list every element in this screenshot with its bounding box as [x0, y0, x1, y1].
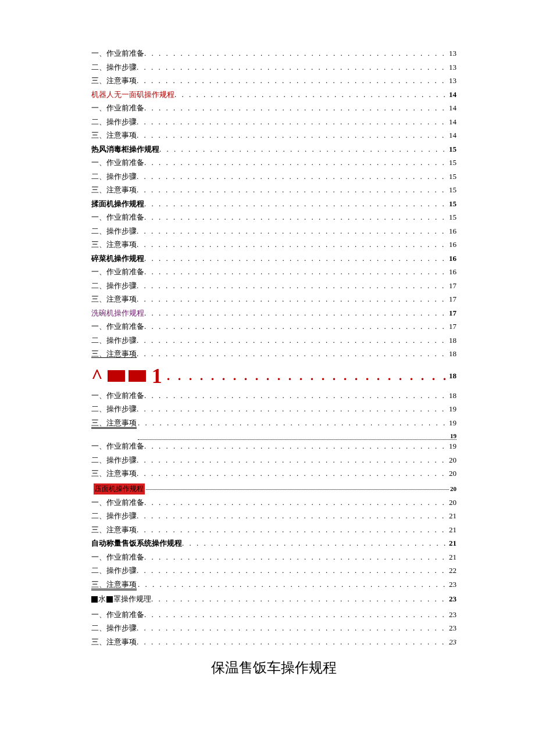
toc-leader-dots: . . . . . . . . . . . . . . . . . . . . …	[182, 539, 447, 547]
toc-leader-dots: . . . . . . . . . . . . . . . . . . . . …	[137, 241, 447, 248]
toc-page-number: 13	[447, 63, 456, 71]
toc-leader-dots: . . . . . . . . . . . . . . . . . . . . …	[144, 255, 447, 262]
toc-entry-label: 二、操作步骤	[91, 512, 137, 519]
toc-page-number: 20	[447, 499, 456, 506]
toc-page-number: 14	[447, 104, 456, 112]
toc-leader-dots: . . . . . . . . . . . . . . . . . . . . …	[144, 392, 447, 399]
toc-leader-dots: . . . . . . . . . . . . . . . . . . . . …	[144, 104, 447, 112]
toc-entry-label: 一、作业前准备	[91, 499, 144, 506]
toc-leader-dots: . . . . . . . . . . . . . . . . . . . . …	[137, 470, 447, 477]
toc-section: 一、作业前准备. . . . . . . . . . . . . . . . .…	[91, 499, 456, 588]
toc-page-number: 18	[447, 371, 456, 381]
toc-entry-label: 一、作业前准备	[91, 49, 144, 57]
toc-row: 二、操作步骤. . . . . . . . . . . . . . . . . …	[91, 405, 456, 413]
toc-page-number: 20	[447, 456, 456, 464]
toc-row: 二、操作步骤. . . . . . . . . . . . . . . . . …	[91, 63, 456, 71]
toc-leader-dots: . . . . . . . . . . . . . . . . . . . . …	[159, 145, 447, 153]
toc-big-placeholder-row: ^ 1 . . . . . . . . . . . . . . . . . . …	[91, 364, 456, 388]
toc-entry-fragment: 罩操作规理	[113, 594, 151, 604]
toc-row: 一、作业前准备. . . . . . . . . . . . . . . . .…	[91, 442, 456, 450]
toc-row: 热风消毒柜操作规程. . . . . . . . . . . . . . . .…	[91, 145, 456, 153]
toc-leader-dots: . . . . . . . . . . . . . . . . . . . . …	[144, 309, 447, 317]
toc-divider-row: 19	[91, 432, 456, 437]
toc-leader-dots: . . . . . . . . . . . . . . . . . . . . …	[137, 131, 447, 139]
toc-row: 三、注意事项. . . . . . . . . . . . . . . . . …	[91, 526, 456, 533]
toc-leader-dots: . . . . . . . . . . . . . . . . . . . . …	[144, 213, 447, 221]
toc-leader-dots: 19	[138, 432, 456, 440]
toc-page-number: 23	[447, 638, 456, 646]
toc-row: 一、作业前准备. . . . . . . . . . . . . . . . .…	[91, 553, 456, 561]
toc-row: 三、注意事项. . . . . . . . . . . . . . . . . …	[91, 295, 456, 303]
toc-entry-label: 三、注意事项	[91, 419, 137, 427]
toc-leader-dots: . . . . . . . . . . . . . . . . . . . . …	[144, 268, 447, 275]
toc-squares-row: 水 罩操作规理 . . . . . . . . . . . . . . . . …	[91, 594, 456, 604]
toc-row: 一、作业前准备. . . . . . . . . . . . . . . . .…	[91, 159, 456, 166]
toc-row: 三、注意事项. . . . . . . . . . . . . . . . . …	[91, 131, 456, 139]
toc-row: 二、操作步骤. . . . . . . . . . . . . . . . . …	[91, 567, 456, 574]
toc-page-number: 21	[447, 526, 456, 533]
toc-entry-label: 一、作业前准备	[91, 553, 144, 561]
toc-page-number: 18	[447, 392, 456, 399]
toc-page-number: 15	[447, 213, 456, 221]
toc-row: 三、注意事项. . . . . . . . . . . . . . . . . …	[91, 77, 456, 84]
toc-row: 三、注意事项 . . . . . . . . . . . . . . . . .…	[91, 419, 456, 427]
toc-page-number: 22	[447, 567, 456, 574]
red-block-icon	[129, 370, 146, 382]
toc-row: 一、作业前准备. . . . . . . . . . . . . . . . .…	[91, 49, 456, 57]
toc-leader-dots: . . . . . . . . . . . . . . . . . . . . …	[137, 526, 447, 533]
toc-leader-dots: . . . . . . . . . . . . . . . . . . . . …	[137, 173, 447, 180]
toc-row: 碎菜机操作规程. . . . . . . . . . . . . . . . .…	[91, 255, 456, 262]
toc-leader-dots: . . . . . . . . . . . . . . . . . . . . …	[137, 77, 447, 84]
toc-entry-label: 二、操作步骤	[91, 336, 137, 344]
toc-leader-dots: . . . . . . . . . . . . . . . . . . . . …	[167, 368, 447, 384]
toc-row: 机器人无一面矶操作规程. . . . . . . . . . . . . . .…	[91, 91, 456, 98]
toc-leader-dots: . . . . . . . . . . . . . . . . . . . . …	[151, 594, 447, 604]
toc-row: 二、操作步骤. . . . . . . . . . . . . . . . . …	[91, 227, 456, 235]
toc-row: 三、注意事项 . . . . . . . . . . . . . . . . .…	[91, 581, 456, 588]
toc-page-number: 23	[447, 581, 456, 588]
toc-section: 一、作业前准备. . . . . . . . . . . . . . . . .…	[91, 442, 456, 477]
toc-page-number: 18	[447, 350, 456, 357]
toc-leader-dots: . . . . . . . . . . . . . . . . . . . . …	[137, 227, 447, 235]
toc-entry-label: 压面机操作规程	[94, 483, 145, 495]
toc-entry-label: 一、作业前准备	[91, 323, 144, 330]
toc-page-number: 14	[447, 118, 456, 126]
toc-entry-label: 二、操作步骤	[91, 624, 137, 632]
toc-page-number: 21	[447, 512, 456, 519]
toc-row: 自动称量售饭系统操作规程. . . . . . . . . . . . . . …	[91, 539, 456, 547]
toc-page-number: 17	[447, 282, 456, 289]
toc-page-number: 19	[447, 405, 456, 413]
toc-row: 一、作业前准备. . . . . . . . . . . . . . . . .…	[91, 213, 456, 221]
toc-section: 一、作业前准备. . . . . . . . . . . . . . . . .…	[91, 611, 456, 646]
toc-entry-label: 一、作业前准备	[91, 611, 144, 618]
toc-page-number: 20	[450, 485, 456, 492]
toc-leader-dots: . . . . . . . . . . . . . . . . . . . . …	[138, 419, 447, 427]
toc-row: 一、作业前准备. . . . . . . . . . . . . . . . .…	[91, 268, 456, 275]
toc-leader-dots: . . . . . . . . . . . . . . . . . . . . …	[137, 282, 447, 289]
toc-leader-dots: . . . . . . . . . . . . . . . . . . . . …	[137, 456, 447, 464]
toc-page-number: 20	[447, 470, 456, 477]
toc-entry-label: 二、操作步骤	[91, 567, 137, 574]
toc-row: 三、注意事项. . . . . . . . . . . . . . . . . …	[91, 470, 456, 477]
toc-page-number: 14	[447, 91, 456, 98]
toc-row: 二、操作步骤. . . . . . . . . . . . . . . . . …	[91, 624, 456, 632]
toc-page-number: 16	[447, 227, 456, 235]
toc-leader-dots: . . . . . . . . . . . . . . . . . . . . …	[144, 200, 447, 207]
toc-entry-label: 二、操作步骤	[91, 405, 137, 413]
toc-leader-dots: . . . . . . . . . . . . . . . . . . . . …	[144, 323, 447, 330]
toc-leader-dots: . . . . . . . . . . . . . . . . . . . . …	[137, 512, 447, 519]
toc-leader-dots: . . . . . . . . . . . . . . . . . . . . …	[137, 638, 447, 646]
toc-leader-dots: . . . . . . . . . . . . . . . . . . . . …	[144, 49, 447, 57]
toc-highlighted-row: 压面机操作规程 20	[91, 483, 456, 495]
toc-row: 二、操作步骤. . . . . . . . . . . . . . . . . …	[91, 336, 456, 344]
toc-entry-label: 一、作业前准备	[91, 442, 144, 450]
toc-entry-label: 三、注意事项	[91, 77, 137, 84]
toc-entry-label: 一、作业前准备	[91, 104, 144, 112]
toc-leader-dots: . . . . . . . . . . . . . . . . . . . . …	[137, 405, 447, 413]
toc-page-number: 14	[447, 131, 456, 139]
toc-entry-label: 洗碗机操作规程	[91, 309, 144, 317]
toc-row: 揉面机操作规程. . . . . . . . . . . . . . . . .…	[91, 200, 456, 207]
toc-page-number: 16	[447, 268, 456, 275]
document-page: 一、作业前准备. . . . . . . . . . . . . . . . .…	[0, 0, 535, 712]
toc-row: 三、注意事项. . . . . . . . . . . . . . . . . …	[91, 350, 456, 357]
